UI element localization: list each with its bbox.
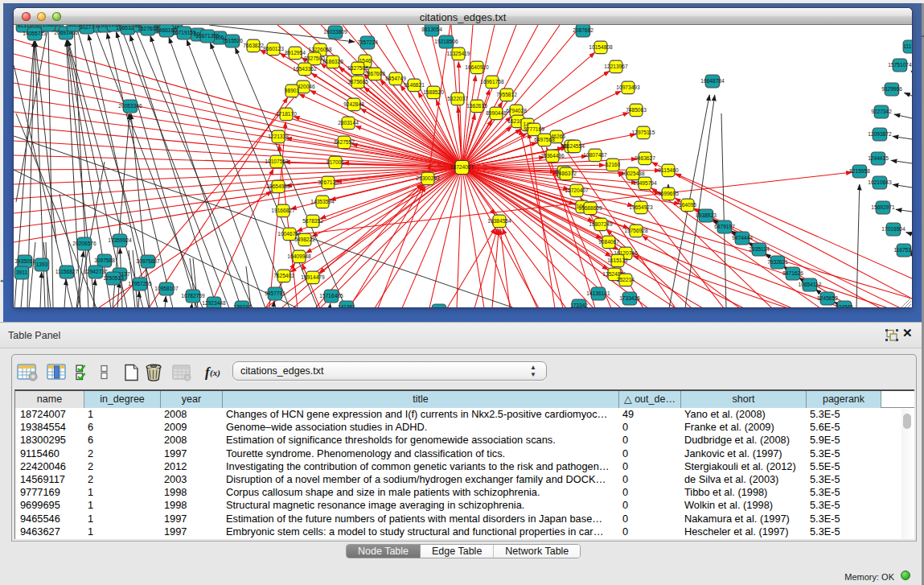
svg-text:14353594: 14353594 xyxy=(310,199,335,204)
svg-text:10654112: 10654112 xyxy=(799,282,822,287)
svg-text:8471626: 8471626 xyxy=(782,270,803,276)
svg-text:62160: 62160 xyxy=(606,162,621,167)
svg-text:9457791: 9457791 xyxy=(265,290,285,296)
svg-text:1393: 1393 xyxy=(36,262,48,267)
svg-text:10719155: 10719155 xyxy=(172,30,196,35)
svg-text:19384554: 19384554 xyxy=(487,218,511,224)
svg-text:5023: 5023 xyxy=(68,25,80,27)
svg-text:15692971: 15692971 xyxy=(871,204,895,210)
svg-text:164095: 164095 xyxy=(679,202,696,208)
svg-text:8938923: 8938923 xyxy=(696,212,717,218)
svg-text:7632621: 7632621 xyxy=(767,259,788,265)
svg-text:9084067: 9084067 xyxy=(598,239,619,245)
svg-text:8454749: 8454749 xyxy=(385,76,406,81)
svg-text:12975115: 12975115 xyxy=(632,130,655,135)
svg-text:3935061: 3935061 xyxy=(14,258,35,264)
svg-text:2867608: 2867608 xyxy=(364,71,385,76)
svg-text:20053346: 20053346 xyxy=(118,103,142,109)
svg-text:11325419: 11325419 xyxy=(447,51,470,56)
svg-text:16210643: 16210643 xyxy=(868,179,892,185)
svg-text:17016504: 17016504 xyxy=(881,226,906,232)
svg-text:16961758: 16961758 xyxy=(480,79,504,84)
svg-text:129234: 129234 xyxy=(233,304,251,307)
svg-text:16543362: 16543362 xyxy=(293,66,317,72)
svg-text:2718170: 2718170 xyxy=(276,111,297,117)
svg-text:8813054: 8813054 xyxy=(421,27,442,32)
svg-text:17957255: 17957255 xyxy=(128,281,152,286)
svg-text:9474444: 9474444 xyxy=(732,235,753,241)
svg-text:16914479: 16914479 xyxy=(301,274,325,280)
svg-text:19218506: 19218506 xyxy=(434,39,458,44)
svg-text:8660123: 8660123 xyxy=(263,46,284,51)
svg-text:(x): (x) xyxy=(210,368,220,378)
svg-text:3267130: 3267130 xyxy=(318,179,339,185)
svg-text:7663822: 7663822 xyxy=(243,43,264,48)
svg-text:6794028: 6794028 xyxy=(506,108,527,113)
svg-text:3875685: 3875685 xyxy=(347,79,368,84)
svg-text:19654923: 19654923 xyxy=(629,204,653,210)
svg-text:1588520: 1588520 xyxy=(423,89,444,95)
svg-text:9115460: 9115460 xyxy=(658,167,679,173)
svg-text:16033809: 16033809 xyxy=(323,29,347,35)
svg-text:817006: 817006 xyxy=(326,159,344,165)
svg-text:6497568: 6497568 xyxy=(534,137,555,142)
svg-text:7955812: 7955812 xyxy=(496,92,517,97)
svg-text:12923448: 12923448 xyxy=(202,300,226,306)
svg-text:9777169: 9777169 xyxy=(524,126,544,132)
svg-text:173342: 173342 xyxy=(570,303,588,307)
svg-text:19654985: 19654985 xyxy=(266,183,290,189)
svg-text:3624554: 3624554 xyxy=(564,143,585,149)
svg-text:7485063: 7485063 xyxy=(626,107,647,113)
svg-text:1221338: 1221338 xyxy=(268,134,289,139)
svg-text:9699695: 9699695 xyxy=(658,191,679,196)
svg-text:7625402: 7625402 xyxy=(273,273,294,278)
svg-text:15751074: 15751074 xyxy=(888,62,912,68)
svg-text:8131: 8131 xyxy=(18,25,30,28)
svg-text:10671355: 10671355 xyxy=(195,33,220,39)
svg-text:924565: 924565 xyxy=(836,304,853,307)
svg-text:5498222: 5498222 xyxy=(294,237,315,242)
svg-text:23300293: 23300293 xyxy=(416,175,440,181)
svg-text:16640910: 16640910 xyxy=(465,64,489,70)
svg-text:11172: 11172 xyxy=(903,43,912,49)
svg-text:1615132: 1615132 xyxy=(607,257,628,263)
svg-text:9463627: 9463627 xyxy=(634,155,655,161)
svg-text:1250513: 1250513 xyxy=(103,275,124,281)
svg-text:30975887: 30975887 xyxy=(136,258,160,264)
svg-text:5878352: 5878352 xyxy=(302,218,323,224)
svg-text:14136141: 14136141 xyxy=(586,290,610,296)
svg-text:10688609: 10688609 xyxy=(578,205,602,211)
svg-text:13226058: 13226058 xyxy=(308,47,332,52)
svg-text:8215958: 8215958 xyxy=(849,168,870,174)
svg-text:10154808: 10154808 xyxy=(589,44,613,50)
svg-text:2935114: 2935114 xyxy=(749,246,770,252)
svg-text:10025438: 10025438 xyxy=(621,171,645,176)
svg-text:12942737: 12942737 xyxy=(84,269,108,274)
svg-text:17359924: 17359924 xyxy=(108,237,132,243)
svg-text:18724007: 18724007 xyxy=(450,164,474,170)
svg-text:8912954: 8912954 xyxy=(285,50,306,56)
svg-text:10107553: 10107553 xyxy=(265,159,289,164)
svg-text:252214: 252214 xyxy=(617,277,634,282)
svg-text:9329966: 9329966 xyxy=(881,86,902,92)
svg-text:9146821: 9146821 xyxy=(404,82,425,88)
svg-text:1733426: 1733426 xyxy=(619,295,640,301)
svg-text:15720407: 15720407 xyxy=(565,187,589,193)
svg-text:8990448: 8990448 xyxy=(486,110,507,116)
svg-text:16782759: 16782759 xyxy=(181,293,205,299)
svg-text:1988: 1988 xyxy=(43,25,55,27)
svg-text:2486372: 2486372 xyxy=(556,171,577,176)
svg-text:10958107: 10958107 xyxy=(154,286,179,291)
svg-text:20206576: 20206576 xyxy=(72,241,97,246)
svg-text:12093872: 12093872 xyxy=(868,131,892,137)
svg-text:18807249: 18807249 xyxy=(589,221,613,227)
svg-text:6479197: 6479197 xyxy=(714,224,735,229)
svg-text:8186328: 8186328 xyxy=(322,59,343,64)
svg-text:19756928: 19756928 xyxy=(624,228,648,233)
svg-text:14055713: 14055713 xyxy=(23,31,47,36)
svg-text:7357224: 7357224 xyxy=(357,39,378,45)
svg-text:19495794: 19495794 xyxy=(633,180,657,186)
svg-text:1167534: 1167534 xyxy=(893,247,912,253)
svg-text:12213967: 12213967 xyxy=(604,64,628,69)
svg-text:9242848: 9242848 xyxy=(343,101,364,107)
